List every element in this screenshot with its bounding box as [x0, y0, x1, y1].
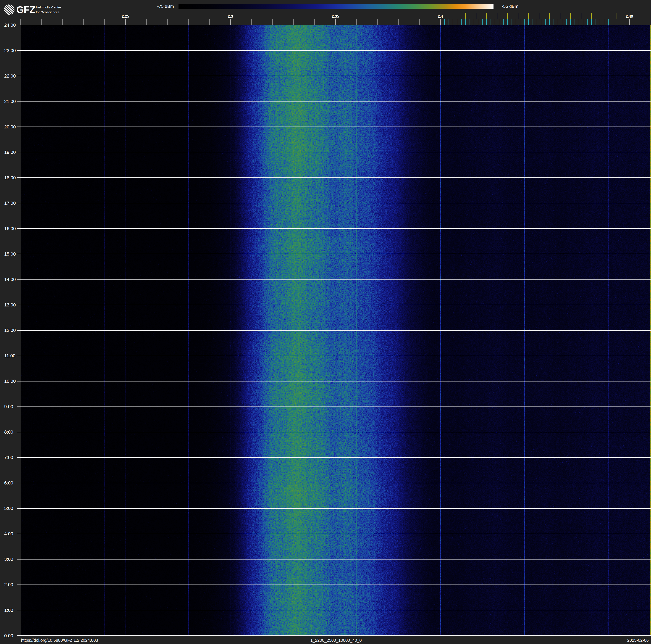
svg-text:GFZ: GFZ — [17, 4, 35, 15]
svg-text:for Geosciences: for Geosciences — [36, 10, 59, 14]
svg-text:Helmholtz Centre: Helmholtz Centre — [36, 5, 61, 9]
